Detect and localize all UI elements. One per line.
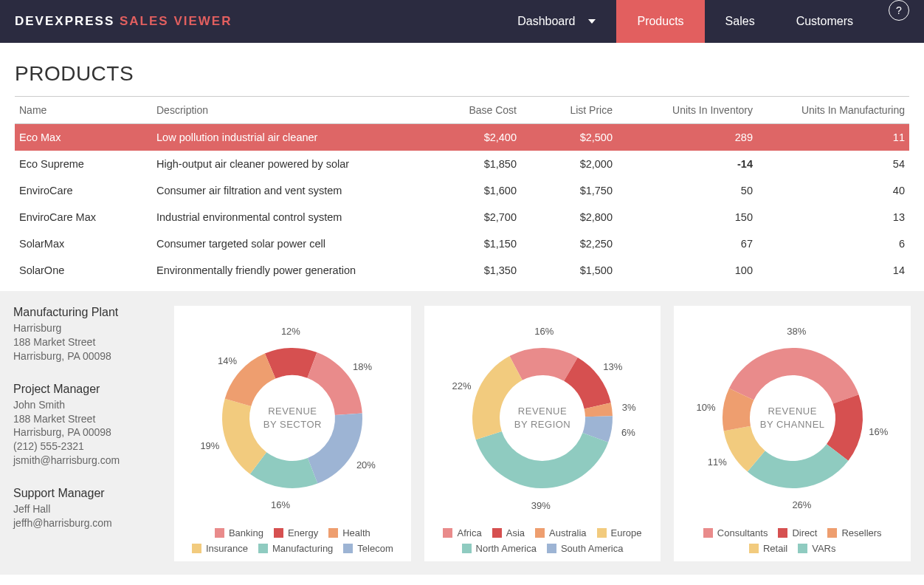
info-line: 188 Market Street <box>13 412 161 426</box>
legend-item[interactable]: Manufacturing <box>258 543 333 554</box>
info-line: Jeff Hall <box>13 502 161 516</box>
cell-description: Industrial environmental control system <box>152 204 440 230</box>
col-manufacturing[interactable]: Units In Manufacturing <box>757 97 909 124</box>
legend-item[interactable]: Consultants <box>703 527 768 538</box>
legend-label: Retail <box>763 543 787 554</box>
nav-dashboard[interactable]: Dashboard <box>497 0 616 43</box>
legend-swatch <box>547 544 556 553</box>
slice-label: 10% <box>697 402 716 413</box>
legend-swatch <box>343 544 353 553</box>
legend-label: VARs <box>812 543 835 554</box>
chart-card: 12%18%20%16%19%14%REVENUEBY SECTORBankin… <box>174 306 411 561</box>
col-name[interactable]: Name <box>15 97 152 124</box>
nav-sales-label: Sales <box>725 15 755 28</box>
cell-manufacturing: 6 <box>757 230 909 257</box>
nav-products-label: Products <box>637 15 683 28</box>
cell-name: SolarMax <box>15 230 152 257</box>
legend-swatch <box>535 528 545 538</box>
nav-customers-label: Customers <box>796 15 853 28</box>
cell-base_cost: $1,600 <box>440 177 521 204</box>
col-base-cost[interactable]: Base Cost <box>440 97 521 124</box>
nav-products[interactable]: Products <box>616 0 704 43</box>
nav-customers[interactable]: Customers <box>776 0 874 43</box>
legend-label: Energy <box>288 527 318 538</box>
help-button[interactable]: ? <box>889 0 909 21</box>
legend-label: Direct <box>792 527 817 538</box>
info-line: jeffh@harrisburg.com <box>13 516 161 530</box>
table-row[interactable]: EnviroCare MaxIndustrial environmental c… <box>15 204 909 230</box>
legend-label: Resellers <box>841 527 881 538</box>
nav-dashboard-label: Dashboard <box>517 15 575 28</box>
slice-label: 38% <box>787 326 806 337</box>
legend-swatch <box>328 528 338 538</box>
col-description[interactable]: Description <box>152 97 440 124</box>
brand-logo: DEVEXPRESS SALES VIEWER <box>15 14 232 29</box>
legend-item[interactable]: Direct <box>778 527 817 538</box>
legend-item[interactable]: Africa <box>443 527 481 538</box>
legend-item[interactable]: Retail <box>749 543 787 554</box>
legend-item[interactable]: Banking <box>215 527 263 538</box>
col-inventory[interactable]: Units In Inventory <box>617 97 757 124</box>
table-row[interactable]: Eco MaxLow pollution industrial air clea… <box>15 124 909 151</box>
legend-item[interactable]: South America <box>547 543 624 554</box>
table-header-row: Name Description Base Cost List Price Un… <box>15 97 909 124</box>
legend-item[interactable]: Australia <box>535 527 587 538</box>
legend-label: Banking <box>229 527 263 538</box>
donut-slice[interactable] <box>729 348 859 404</box>
legend-item[interactable]: North America <box>462 543 537 554</box>
cell-manufacturing: 11 <box>757 124 909 151</box>
legend-item[interactable]: VARs <box>798 543 835 554</box>
legend-item[interactable]: Asia <box>492 527 525 538</box>
info-line: Harrisburg, PA 00098 <box>13 349 161 363</box>
legend-item[interactable]: Resellers <box>827 527 881 538</box>
app-header: DEVEXPRESS SALES VIEWER Dashboard Produc… <box>0 0 924 43</box>
legend-item[interactable]: Health <box>328 527 370 538</box>
donut-chart: 16%13%3%6%39%22%REVENUEBY REGION <box>439 315 646 521</box>
nav-sales[interactable]: Sales <box>705 0 776 43</box>
cell-list_price: $2,800 <box>521 204 617 230</box>
table-row[interactable]: SolarOneEnvironmentally friendly power g… <box>15 257 909 284</box>
legend-item[interactable]: Energy <box>274 527 318 538</box>
legend-label: Australia <box>549 527 587 538</box>
chart-title: REVENUEBY CHANNEL <box>760 405 825 431</box>
cell-manufacturing: 14 <box>757 257 909 284</box>
pm-heading: Project Manager <box>13 383 161 396</box>
slice-label: 11% <box>708 456 727 468</box>
table-row[interactable]: SolarMaxConsumer targeted solar power ce… <box>15 230 909 257</box>
cell-inventory: -14 <box>617 151 757 177</box>
legend-swatch <box>827 528 837 538</box>
legend-swatch <box>192 544 201 553</box>
donut-chart: 38%16%26%11%10%REVENUEBY CHANNEL <box>689 315 896 521</box>
legend-item[interactable]: Insurance <box>192 543 248 554</box>
chart-title: REVENUEBY SECTOR <box>263 405 322 431</box>
donut-chart: 12%18%20%16%19%14%REVENUEBY SECTOR <box>189 315 396 521</box>
table-row[interactable]: Eco SupremeHigh-output air cleaner power… <box>15 151 909 177</box>
chart-legend: AfricaAsiaAustraliaEuropeNorth AmericaSo… <box>433 527 652 554</box>
slice-label: 20% <box>356 459 376 471</box>
cell-description: Low pollution industrial air cleaner <box>152 124 440 151</box>
pm-info: Project Manager John Smith188 Market Str… <box>13 383 161 468</box>
sm-heading: Support Manager <box>13 487 161 500</box>
legend-swatch <box>798 544 807 553</box>
col-list-price[interactable]: List Price <box>521 97 617 124</box>
legend-item[interactable]: Europe <box>597 527 642 538</box>
plant-heading: Manufacturing Plant <box>13 306 161 319</box>
cell-description: Environmentally friendly power generatio… <box>152 257 440 284</box>
brand-primary: DEVEXPRESS <box>15 14 114 28</box>
legend-label: Asia <box>506 527 525 538</box>
plant-info: Manufacturing Plant Harrisburg188 Market… <box>13 306 161 363</box>
legend-item[interactable]: Telecom <box>343 543 393 554</box>
chart-card: 16%13%3%6%39%22%REVENUEBY REGIONAfricaAs… <box>424 306 661 561</box>
cell-description: High-output air cleaner powered by solar <box>152 151 440 177</box>
cell-inventory: 150 <box>617 204 757 230</box>
brand-secondary: SALES VIEWER <box>120 14 232 28</box>
cell-inventory: 100 <box>617 257 757 284</box>
slice-label: 18% <box>353 360 372 372</box>
info-sidebar: Manufacturing Plant Harrisburg188 Market… <box>13 306 161 550</box>
legend-label: North America <box>476 543 537 554</box>
donut-slice[interactable] <box>476 431 609 488</box>
table-row[interactable]: EnviroCareConsumer air filtration and ve… <box>15 177 909 204</box>
slice-label: 16% <box>869 426 888 437</box>
legend-label: Insurance <box>206 543 248 554</box>
cell-list_price: $2,000 <box>521 151 617 177</box>
